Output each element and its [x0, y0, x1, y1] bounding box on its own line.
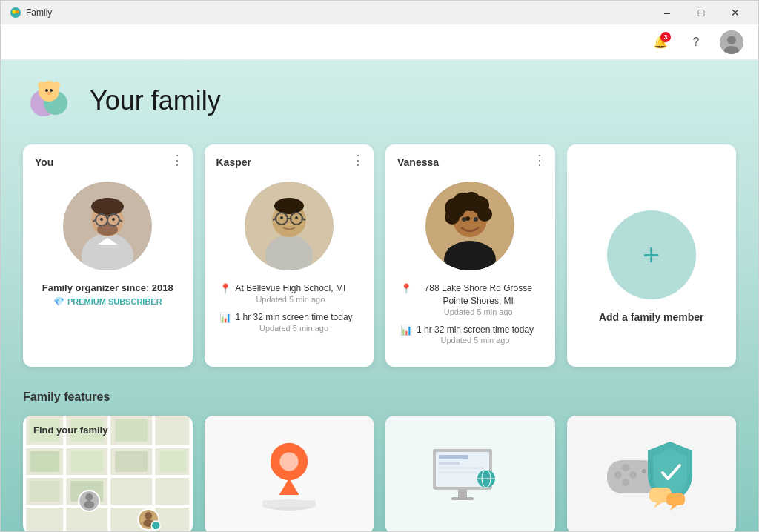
vanessa-location-updated: Updated 5 min ago — [417, 307, 540, 316]
svg-point-49 — [477, 207, 492, 222]
vanessa-location-row: 📍 788 Lake Shore Rd Grosse Pointe Shores… — [400, 282, 540, 316]
svg-rect-70 — [159, 451, 186, 472]
card-name-vanessa: Vanessa — [397, 156, 439, 168]
svg-rect-60 — [107, 416, 110, 532]
add-circle[interactable]: + — [607, 210, 696, 299]
svg-point-18 — [47, 92, 51, 95]
kasper-screentime-updated: Updated 5 min ago — [236, 324, 353, 333]
svg-point-94 — [614, 471, 622, 479]
svg-point-97 — [629, 471, 637, 479]
svg-point-22 — [91, 198, 124, 216]
svg-marker-101 — [654, 502, 663, 508]
organizer-text: Family organizer since: 2018 — [38, 282, 178, 293]
svg-point-81 — [279, 453, 298, 471]
features-grid: Find your family — [23, 416, 736, 532]
svg-rect-92 — [451, 497, 474, 500]
card-menu-you[interactable]: ⋮ — [170, 153, 184, 167]
svg-point-77 — [151, 521, 160, 530]
card-name-kasper: Kasper — [216, 156, 251, 168]
feature-card-pin[interactable] — [205, 416, 374, 532]
location-icon-kasper: 📍 — [219, 283, 231, 294]
profile-button[interactable] — [720, 30, 743, 54]
svg-rect-86 — [439, 467, 483, 469]
title-bar: Family – □ ✕ — [1, 1, 758, 24]
svg-point-95 — [622, 464, 629, 471]
svg-point-53 — [474, 217, 478, 222]
svg-point-73 — [84, 501, 94, 508]
add-label: Add a family member — [599, 311, 704, 323]
page-title: Your family — [90, 85, 221, 116]
svg-point-51 — [465, 216, 470, 221]
svg-point-50 — [445, 210, 460, 225]
premium-badge: 💎 PREMIUM SUBSCRIBER — [38, 296, 178, 307]
action-bar: 🔔 3 ? — [1, 24, 758, 60]
svg-marker-103 — [670, 505, 677, 511]
vanessa-screen-row: 📊 1 hr 32 min screen time today Updated … — [400, 324, 540, 345]
svg-point-52 — [462, 217, 466, 222]
svg-point-34 — [274, 198, 304, 214]
svg-point-30 — [112, 218, 115, 221]
device-illustration — [425, 438, 514, 512]
svg-point-72 — [85, 493, 93, 501]
screen-icon-kasper: 📊 — [219, 312, 231, 323]
feature-card-map[interactable]: Find your family — [23, 416, 193, 532]
shield-illustration — [603, 434, 700, 516]
svg-point-14 — [38, 82, 45, 89]
minimize-button[interactable]: – — [650, 1, 684, 24]
premium-text: PREMIUM SUBSCRIBER — [67, 297, 162, 306]
page-header: Your family — [23, 60, 736, 144]
svg-point-4 — [727, 36, 736, 44]
kasper-location-updated: Updated 5 min ago — [236, 295, 346, 304]
card-menu-vanessa[interactable]: ⋮ — [533, 153, 546, 167]
svg-point-98 — [642, 469, 646, 473]
vanessa-screentime: 1 hr 32 min screen time today — [417, 324, 534, 336]
location-bg — [205, 416, 374, 532]
svg-rect-67 — [115, 451, 148, 472]
close-button[interactable]: ✕ — [718, 1, 752, 24]
kasper-location-row: 📍 At Bellevue High School, MI Updated 5 … — [219, 282, 359, 304]
svg-rect-85 — [439, 462, 460, 465]
family-card-you: You ⋮ — [23, 144, 193, 367]
svg-rect-54 — [448, 248, 492, 270]
family-card-kasper[interactable]: Kasper ⋮ — [205, 144, 374, 367]
svg-rect-65 — [30, 451, 59, 472]
svg-point-15 — [53, 82, 60, 89]
svg-rect-87 — [439, 471, 476, 473]
svg-point-2 — [16, 10, 19, 13]
card-info-kasper: 📍 At Bellevue High School, MI Updated 5 … — [219, 282, 359, 340]
location-icon-vanessa: 📍 — [400, 283, 412, 294]
diamond-icon: 💎 — [53, 296, 64, 307]
svg-point-96 — [622, 479, 629, 486]
svg-point-41 — [295, 216, 298, 219]
feature-card-device[interactable] — [385, 416, 555, 532]
main-content: Your family You ⋮ — [1, 60, 758, 532]
svg-rect-84 — [439, 455, 468, 459]
features-title: Family features — [23, 390, 736, 404]
shield-bg — [567, 416, 737, 532]
notification-badge: 3 — [660, 32, 671, 42]
card-name-you: You — [35, 156, 53, 168]
family-card-add[interactable]: + Add a family member — [567, 144, 737, 367]
card-info-you: Family organizer since: 2018 💎 PREMIUM S… — [38, 282, 178, 307]
maximize-button[interactable]: □ — [684, 1, 718, 24]
kasper-screentime: 1 hr 32 min screen time today — [236, 311, 353, 324]
features-section: Family features Find your family — [23, 390, 736, 532]
svg-point-40 — [280, 216, 283, 219]
feature-card-shield[interactable] — [567, 416, 737, 532]
svg-rect-66 — [70, 451, 103, 472]
card-info-vanessa: 📍 788 Lake Shore Rd Grosse Pointe Shores… — [400, 282, 540, 352]
svg-point-16 — [45, 89, 48, 92]
family-card-vanessa[interactable]: Vanessa ⋮ — [385, 144, 555, 367]
vanessa-location: 788 Lake Shore Rd Grosse Pointe Shores, … — [417, 282, 540, 307]
card-menu-kasper[interactable]: ⋮ — [351, 153, 365, 167]
svg-point-1 — [13, 10, 16, 13]
family-grid: You ⋮ — [23, 144, 736, 367]
title-bar-left: Family — [10, 7, 52, 19]
vanessa-screentime-updated: Updated 5 min ago — [417, 336, 534, 345]
svg-rect-91 — [458, 490, 467, 497]
help-button[interactable]: ? — [684, 30, 708, 54]
notification-button[interactable]: 🔔 3 — [649, 30, 672, 54]
svg-point-17 — [50, 89, 53, 92]
kasper-screen-row: 📊 1 hr 32 min screen time today Updated … — [219, 311, 359, 333]
pin-illustration — [256, 434, 322, 516]
